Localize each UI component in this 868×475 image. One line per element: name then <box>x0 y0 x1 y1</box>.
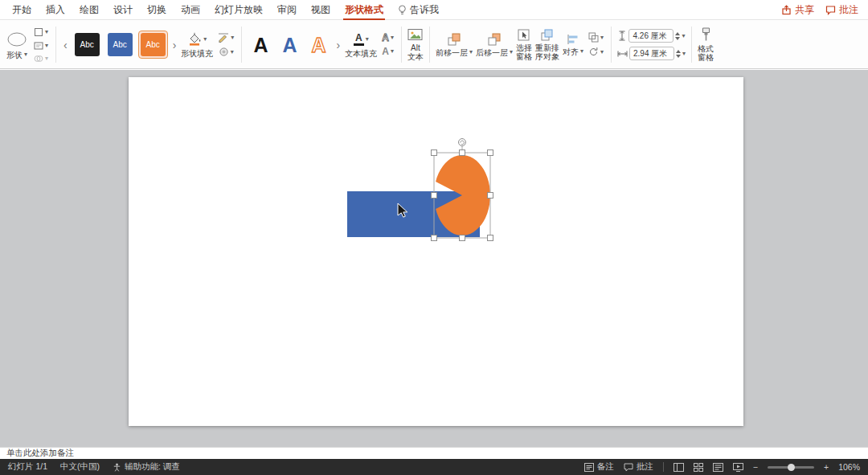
notes-bar: 单击此处添加备注 <box>0 447 868 459</box>
align-icon <box>567 34 579 45</box>
merge-shapes-button[interactable]: ▾ <box>32 54 50 63</box>
selection-pane-button[interactable]: 选择 窗格 <box>516 29 532 61</box>
resize-handle-nw[interactable] <box>432 150 437 156</box>
language-indicator[interactable]: 中文(中国) <box>60 461 100 473</box>
text-effects-icon: A <box>382 47 389 56</box>
tab-tell-me[interactable]: 告诉我 <box>391 0 446 20</box>
comments-toggle-button[interactable]: 批注 <box>624 461 653 473</box>
bring-forward-button[interactable]: 前移一层 ▾ <box>436 33 473 57</box>
shape-effects-button[interactable]: ▾ <box>217 46 235 58</box>
zoom-out-button[interactable]: − <box>753 462 758 472</box>
chevron-down-icon: ▾ <box>45 55 48 62</box>
wordart-style-blue[interactable]: A <box>276 33 302 57</box>
chevron-down-icon: ▾ <box>45 43 48 49</box>
shape-style-swatch-black[interactable]: Abc <box>72 31 102 59</box>
chevron-down-icon[interactable]: ▾ <box>682 33 685 39</box>
text-fill-icon: A <box>354 33 364 46</box>
ribbon-separator <box>55 27 56 63</box>
resize-handle-se[interactable] <box>488 235 493 241</box>
rotate-objects-button[interactable]: ▾ <box>587 46 605 58</box>
chevron-down-icon: ▾ <box>203 36 207 43</box>
chevron-down-icon: ▾ <box>391 35 394 41</box>
tab-shape-format[interactable]: 形状格式 <box>338 0 391 20</box>
shape-fill-button[interactable]: ▾ <box>186 31 208 47</box>
tab-slideshow[interactable]: 幻灯片放映 <box>207 0 270 20</box>
send-backward-button[interactable]: 后移一层 ▾ <box>476 33 513 57</box>
tab-animations[interactable]: 动画 <box>174 0 207 20</box>
tab-insert[interactable]: 插入 <box>39 0 72 20</box>
chevron-down-icon[interactable]: ▾ <box>24 51 27 58</box>
edit-shape-button[interactable]: ▾ <box>32 27 50 38</box>
wordart-style-black[interactable]: A <box>248 33 273 57</box>
menubar-right-actions: 共享 批注 <box>781 3 863 17</box>
stepper-up-icon[interactable] <box>676 50 681 53</box>
tab-review[interactable]: 审阅 <box>270 0 304 20</box>
reorder-objects-button[interactable]: 重新排 序对象 <box>535 29 559 61</box>
wordart-style-orange[interactable]: A <box>306 33 332 57</box>
tab-transitions[interactable]: 切换 <box>140 0 174 20</box>
gallery-next-icon[interactable]: › <box>335 39 342 51</box>
slide-canvas[interactable] <box>129 77 743 426</box>
slide-sorter-view-button[interactable] <box>694 463 703 472</box>
alt-text-button[interactable]: Alt 文本 <box>407 28 424 61</box>
resize-handle-n[interactable] <box>460 150 465 156</box>
accessibility-status[interactable]: 辅助功能: 调查 <box>113 461 180 473</box>
group-objects-button[interactable]: ▾ <box>587 31 605 43</box>
stepper-down-icon[interactable] <box>676 55 681 58</box>
tab-draw[interactable]: 绘图 <box>72 0 106 20</box>
resize-handle-sw[interactable] <box>432 235 437 241</box>
zoom-in-button[interactable]: + <box>824 462 829 472</box>
shape-outline-button[interactable]: ▾ <box>216 31 235 43</box>
resize-handle-e[interactable] <box>488 193 493 199</box>
notes-toggle-button[interactable]: 备注 <box>584 461 614 473</box>
tab-view[interactable]: 视图 <box>304 0 338 20</box>
text-box-button[interactable]: ▾ <box>32 40 50 51</box>
share-button[interactable]: 共享 <box>781 3 814 17</box>
width-stepper[interactable] <box>676 50 681 58</box>
accessibility-icon <box>113 463 121 472</box>
notes-icon <box>584 463 594 472</box>
align-button[interactable]: 对齐 ▾ <box>563 34 583 56</box>
zoom-slider-thumb[interactable] <box>788 464 795 471</box>
comments-button[interactable]: 批注 <box>825 3 858 17</box>
gallery-prev-icon[interactable]: ‹ <box>62 39 69 51</box>
shape-style-swatch-blue[interactable]: Abc <box>105 31 135 59</box>
text-effects-button[interactable]: A ▾ <box>380 46 395 57</box>
text-fill-label: 文本填充 <box>345 49 377 58</box>
tab-home[interactable]: 开始 <box>5 0 39 20</box>
ribbon-separator <box>691 27 692 63</box>
stepper-down-icon[interactable] <box>675 37 680 40</box>
gallery-next-icon[interactable]: › <box>171 39 178 51</box>
insert-shape-button[interactable] <box>5 31 29 48</box>
text-outline-button[interactable]: A ▾ <box>380 32 395 43</box>
slideshow-icon <box>733 463 743 472</box>
ribbon-group-shape-styles: ‹ Abc Abc Abc › ▾ 形状填充 <box>59 23 239 67</box>
format-pane-button[interactable]: 格式 窗格 <box>698 27 714 62</box>
text-fill-button[interactable]: A ▾ <box>352 32 371 47</box>
shapes-group-label: 形状 <box>6 51 23 59</box>
stepper-up-icon[interactable] <box>675 32 680 35</box>
shape-width-input[interactable]: 2.94 厘米 <box>629 47 674 60</box>
rotation-handle[interactable] <box>459 139 466 146</box>
group-objects-icon <box>588 32 599 43</box>
ribbon-separator <box>429 27 430 63</box>
tab-design[interactable]: 设计 <box>106 0 140 20</box>
resize-handle-ne[interactable] <box>488 150 493 156</box>
status-bar: 幻灯片 1/1 中文(中国) 辅助功能: 调查 备注 批注 <box>0 459 868 475</box>
normal-view-button[interactable] <box>674 463 684 472</box>
bring-forward-icon <box>448 33 461 46</box>
shape-height-input[interactable]: 4.26 厘米 <box>628 29 674 43</box>
chevron-down-icon[interactable]: ▾ <box>682 51 686 57</box>
shape-style-swatch-orange[interactable]: Abc <box>138 31 168 59</box>
resize-handle-s[interactable] <box>460 235 465 241</box>
slideshow-view-button[interactable] <box>733 463 743 472</box>
notes-placeholder[interactable]: 单击此处添加备注 <box>6 448 74 459</box>
shape-height-icon <box>617 31 627 41</box>
text-outline-icon: A <box>382 33 389 43</box>
reading-view-button[interactable] <box>713 463 723 472</box>
zoom-slider[interactable] <box>768 466 814 469</box>
height-stepper[interactable] <box>675 32 680 40</box>
chevron-down-icon: ▾ <box>231 49 234 55</box>
zoom-level[interactable]: 106% <box>838 462 860 472</box>
resize-handle-w[interactable] <box>432 193 437 199</box>
